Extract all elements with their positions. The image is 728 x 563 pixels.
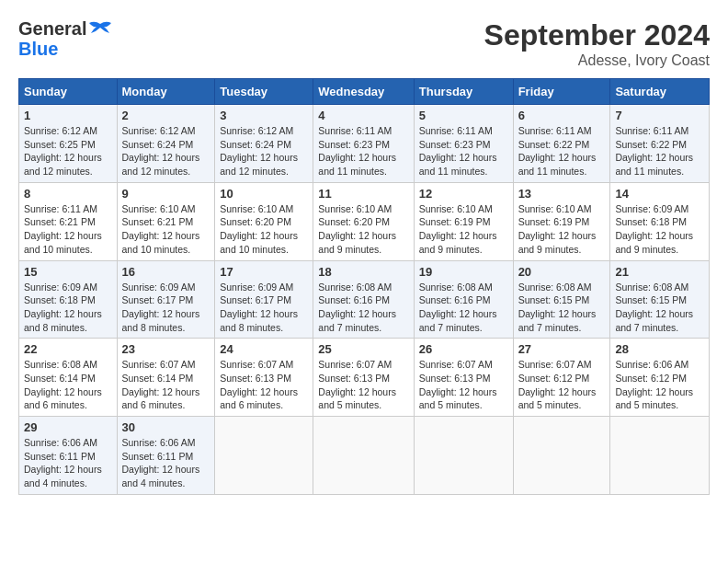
calendar-cell: 23Sunrise: 6:07 AMSunset: 6:14 PMDayligh… [117,339,215,417]
day-info: Sunrise: 6:08 AMSunset: 6:15 PMDaylight:… [518,281,606,335]
calendar-cell: 9Sunrise: 6:10 AMSunset: 6:21 PMDaylight… [117,182,215,260]
calendar-table: SundayMondayTuesdayWednesdayThursdayFrid… [18,78,710,495]
day-info: Sunrise: 6:11 AMSunset: 6:22 PMDaylight:… [518,124,606,178]
day-info: Sunrise: 6:12 AMSunset: 6:25 PMDaylight:… [24,124,112,178]
logo-subtext: Blue [18,39,113,60]
calendar-cell [215,417,313,495]
calendar-cell: 6Sunrise: 6:11 AMSunset: 6:22 PMDaylight… [513,105,610,183]
calendar-cell: 26Sunrise: 6:07 AMSunset: 6:13 PMDayligh… [414,339,513,417]
day-info: Sunrise: 6:10 AMSunset: 6:20 PMDaylight:… [220,202,308,257]
calendar-cell: 11Sunrise: 6:10 AMSunset: 6:20 PMDayligh… [313,182,414,260]
day-info: Sunrise: 6:11 AMSunset: 6:23 PMDaylight:… [318,124,408,178]
day-number: 23 [122,342,210,356]
calendar-cell: 29Sunrise: 6:06 AMSunset: 6:11 PMDayligh… [19,417,118,495]
day-info: Sunrise: 6:09 AMSunset: 6:17 PMDaylight:… [122,281,210,335]
calendar-week-row: 22Sunrise: 6:08 AMSunset: 6:14 PMDayligh… [19,339,710,417]
calendar-cell: 27Sunrise: 6:07 AMSunset: 6:12 PMDayligh… [513,339,610,417]
calendar-cell: 17Sunrise: 6:09 AMSunset: 6:17 PMDayligh… [215,260,313,339]
day-number: 1 [24,109,112,122]
calendar-week-row: 8Sunrise: 6:11 AMSunset: 6:21 PMDaylight… [19,182,710,260]
day-info: Sunrise: 6:11 AMSunset: 6:22 PMDaylight:… [615,124,704,178]
day-info: Sunrise: 6:10 AMSunset: 6:21 PMDaylight:… [122,202,210,257]
calendar-header-friday: Friday [513,79,610,105]
day-info: Sunrise: 6:08 AMSunset: 6:14 PMDaylight:… [24,358,112,412]
day-info: Sunrise: 6:11 AMSunset: 6:23 PMDaylight:… [419,124,508,178]
calendar-cell [414,417,513,495]
day-info: Sunrise: 6:10 AMSunset: 6:19 PMDaylight:… [518,202,606,257]
calendar-cell: 5Sunrise: 6:11 AMSunset: 6:23 PMDaylight… [414,105,513,183]
day-number: 2 [122,109,210,122]
day-info: Sunrise: 6:08 AMSunset: 6:16 PMDaylight:… [419,281,508,335]
day-info: Sunrise: 6:07 AMSunset: 6:14 PMDaylight:… [122,358,210,412]
day-number: 28 [615,342,704,356]
day-number: 12 [419,187,508,201]
day-info: Sunrise: 6:09 AMSunset: 6:18 PMDaylight:… [615,202,704,257]
day-number: 10 [220,187,308,201]
day-info: Sunrise: 6:07 AMSunset: 6:12 PMDaylight:… [518,358,606,412]
day-number: 20 [518,265,606,279]
calendar-cell: 30Sunrise: 6:06 AMSunset: 6:11 PMDayligh… [117,417,215,495]
calendar-cell: 7Sunrise: 6:11 AMSunset: 6:22 PMDaylight… [610,105,710,183]
calendar-cell [513,417,610,495]
day-info: Sunrise: 6:12 AMSunset: 6:24 PMDaylight:… [122,124,210,178]
calendar-cell: 1Sunrise: 6:12 AMSunset: 6:25 PMDaylight… [19,105,118,183]
day-info: Sunrise: 6:06 AMSunset: 6:12 PMDaylight:… [615,358,704,412]
day-number: 18 [318,265,408,279]
day-number: 27 [518,342,606,356]
day-number: 9 [122,187,210,201]
calendar-cell: 3Sunrise: 6:12 AMSunset: 6:24 PMDaylight… [215,105,313,183]
day-info: Sunrise: 6:11 AMSunset: 6:21 PMDaylight:… [24,202,112,257]
calendar-week-row: 29Sunrise: 6:06 AMSunset: 6:11 PMDayligh… [19,417,710,495]
day-info: Sunrise: 6:07 AMSunset: 6:13 PMDaylight:… [419,358,508,412]
calendar-cell: 25Sunrise: 6:07 AMSunset: 6:13 PMDayligh… [313,339,414,417]
calendar-cell: 24Sunrise: 6:07 AMSunset: 6:13 PMDayligh… [215,339,313,417]
calendar-cell: 15Sunrise: 6:09 AMSunset: 6:18 PMDayligh… [19,260,118,339]
page-title: September 2024 [484,18,710,52]
day-info: Sunrise: 6:09 AMSunset: 6:18 PMDaylight:… [24,281,112,335]
calendar-cell [610,417,710,495]
day-info: Sunrise: 6:07 AMSunset: 6:13 PMDaylight:… [220,358,308,412]
day-number: 24 [220,342,308,356]
calendar-cell: 4Sunrise: 6:11 AMSunset: 6:23 PMDaylight… [313,105,414,183]
day-info: Sunrise: 6:07 AMSunset: 6:13 PMDaylight:… [318,358,408,412]
day-number: 22 [24,342,112,356]
logo-bird-icon [87,20,113,40]
header: General Blue September 2024 Adesse, Ivor… [18,18,710,69]
day-info: Sunrise: 6:06 AMSunset: 6:11 PMDaylight:… [24,436,112,490]
calendar-cell: 13Sunrise: 6:10 AMSunset: 6:19 PMDayligh… [513,182,610,260]
day-number: 19 [419,265,508,279]
calendar-cell: 22Sunrise: 6:08 AMSunset: 6:14 PMDayligh… [19,339,118,417]
day-number: 5 [419,109,508,122]
day-info: Sunrise: 6:10 AMSunset: 6:19 PMDaylight:… [419,202,508,257]
day-info: Sunrise: 6:08 AMSunset: 6:16 PMDaylight:… [318,281,408,335]
calendar-cell [313,417,414,495]
day-number: 8 [24,187,112,201]
day-number: 29 [24,420,112,434]
calendar-header-saturday: Saturday [610,79,710,105]
calendar-header-row: SundayMondayTuesdayWednesdayThursdayFrid… [19,79,710,105]
calendar-header-sunday: Sunday [19,79,118,105]
calendar-week-row: 15Sunrise: 6:09 AMSunset: 6:18 PMDayligh… [19,260,710,339]
calendar-header-thursday: Thursday [414,79,513,105]
logo-text: General [18,18,113,40]
day-number: 21 [615,265,704,279]
day-info: Sunrise: 6:12 AMSunset: 6:24 PMDaylight:… [220,124,308,178]
calendar-cell: 8Sunrise: 6:11 AMSunset: 6:21 PMDaylight… [19,182,118,260]
calendar-cell: 18Sunrise: 6:08 AMSunset: 6:16 PMDayligh… [313,260,414,339]
day-info: Sunrise: 6:08 AMSunset: 6:15 PMDaylight:… [615,281,704,335]
day-number: 25 [318,342,408,356]
calendar-cell: 21Sunrise: 6:08 AMSunset: 6:15 PMDayligh… [610,260,710,339]
calendar-cell: 10Sunrise: 6:10 AMSunset: 6:20 PMDayligh… [215,182,313,260]
calendar-cell: 20Sunrise: 6:08 AMSunset: 6:15 PMDayligh… [513,260,610,339]
calendar-cell: 16Sunrise: 6:09 AMSunset: 6:17 PMDayligh… [117,260,215,339]
day-info: Sunrise: 6:06 AMSunset: 6:11 PMDaylight:… [122,436,210,490]
day-number: 14 [615,187,704,201]
day-number: 16 [122,265,210,279]
day-info: Sunrise: 6:10 AMSunset: 6:20 PMDaylight:… [318,202,408,257]
calendar-header-monday: Monday [117,79,215,105]
calendar-cell: 19Sunrise: 6:08 AMSunset: 6:16 PMDayligh… [414,260,513,339]
calendar-cell: 28Sunrise: 6:06 AMSunset: 6:12 PMDayligh… [610,339,710,417]
day-number: 3 [220,109,308,122]
day-number: 4 [318,109,408,122]
day-number: 17 [220,265,308,279]
